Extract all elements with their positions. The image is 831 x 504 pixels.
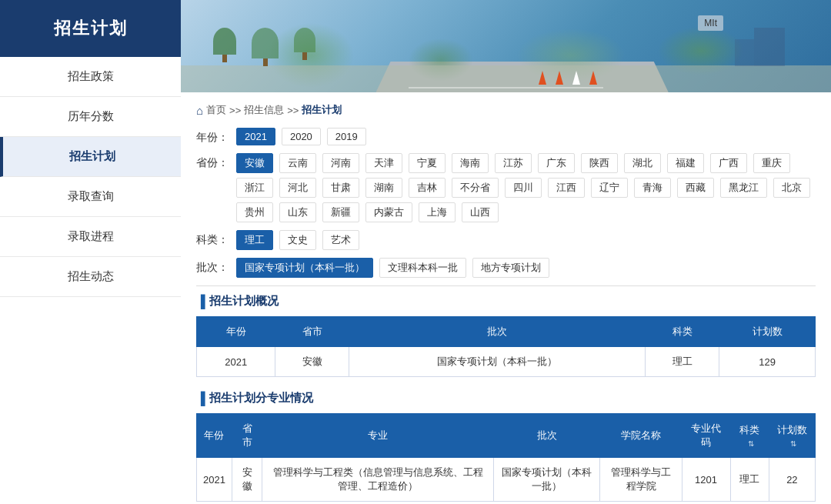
main-area: MIt ⌂ 首页 >> 招生信息 >> 招生计划 年份： 2021 2020 2… xyxy=(181,0,831,504)
province-btn-yunnan[interactable]: 云南 xyxy=(279,153,316,173)
province-btn-sichuan[interactable]: 四川 xyxy=(505,178,542,198)
overview-table-header: 年份 省市 批次 科类 计划数 xyxy=(197,317,816,347)
province-btn-guangxi[interactable]: 广西 xyxy=(710,153,747,173)
cell-year: 2021 xyxy=(197,347,275,377)
province-btn-anhui[interactable]: 安徽 xyxy=(236,153,273,173)
campus-sign: MIt xyxy=(698,15,723,31)
sidebar: 招生计划 招生政策 历年分数 招生计划 录取查询 录取进程 招生动态 xyxy=(0,0,181,504)
province-btn-gansu[interactable]: 甘肃 xyxy=(322,178,359,198)
col-count: 计划数 xyxy=(719,317,816,347)
cell-count: 129 xyxy=(719,347,816,377)
breadcrumb-home: 首页 xyxy=(206,103,226,117)
col-year2: 年份 xyxy=(197,414,232,458)
year-btn-2021[interactable]: 2021 xyxy=(236,128,275,145)
cell-province2: 安徽 xyxy=(232,458,262,502)
cell-year2: 2021 xyxy=(197,458,232,502)
col-province2: 省市 xyxy=(232,414,262,458)
sidebar-title: 招生计划 xyxy=(0,0,181,57)
province-btn-ningxia[interactable]: 宁夏 xyxy=(409,153,446,173)
sidebar-item-process[interactable]: 录取进程 xyxy=(0,217,181,257)
batch-btn-local[interactable]: 地方专项计划 xyxy=(472,258,549,278)
page-content: ⌂ 首页 >> 招生信息 >> 招生计划 年份： 2021 2020 2019 … xyxy=(181,92,831,504)
subject-btn-art2[interactable]: 艺术 xyxy=(322,230,359,250)
col-batch: 批次 xyxy=(349,317,646,347)
subject-btn-science[interactable]: 理工 xyxy=(236,230,273,250)
sidebar-item-scores[interactable]: 历年分数 xyxy=(0,97,181,137)
year-btn-2019[interactable]: 2019 xyxy=(327,128,366,145)
province-btn-shandong[interactable]: 山东 xyxy=(279,202,316,222)
province-btn-guizhou[interactable]: 贵州 xyxy=(236,202,273,222)
cell-count2: 22 xyxy=(769,458,815,502)
breadcrumb: ⌂ 首页 >> 招生信息 >> 招生计划 xyxy=(196,103,816,117)
sidebar-item-plan[interactable]: 招生计划 xyxy=(0,137,181,177)
col-year: 年份 xyxy=(197,317,275,347)
cell-batch2: 国家专项计划（本科一批） xyxy=(493,458,599,502)
breadcrumb-sep2: >> xyxy=(287,105,299,116)
batch-options: 国家专项计划（本科一批） 文理科本科一批 地方专项计划 xyxy=(236,258,816,278)
detail-section-title: 招生计划分专业情况 xyxy=(196,391,816,406)
sidebar-item-admission[interactable]: 录取查询 xyxy=(0,177,181,217)
breadcrumb-current: 招生计划 xyxy=(302,103,342,117)
province-btn-tianjin[interactable]: 天津 xyxy=(365,153,402,173)
overview-section-title: 招生计划概况 xyxy=(196,294,816,309)
batch-label: 批次： xyxy=(196,258,229,275)
col-college: 学院名称 xyxy=(600,414,682,458)
province-btn-noprovince[interactable]: 不分省 xyxy=(452,178,499,198)
sidebar-item-policy[interactable]: 招生政策 xyxy=(0,57,181,97)
province-label: 省份： xyxy=(196,153,229,170)
breadcrumb-link1[interactable]: 招生信息 xyxy=(244,103,284,117)
batch-btn-wenli[interactable]: 文理科本科一批 xyxy=(379,258,466,278)
year-label: 年份： xyxy=(196,128,229,145)
cell-college: 管理科学与工程学院 xyxy=(600,458,682,502)
table-row: 2021 安徽 管理科学与工程类（信息管理与信息系统、工程管理、工程造价） 国家… xyxy=(197,458,816,502)
province-btn-guangdong[interactable]: 广东 xyxy=(538,153,575,173)
sort-icon-count[interactable]: ⇅ xyxy=(790,439,796,448)
province-btn-hubei[interactable]: 湖北 xyxy=(624,153,661,173)
province-options: 安徽 云南 河南 天津 宁夏 海南 江苏 广东 陕西 湖北 福建 广西 重庆 浙… xyxy=(236,153,816,222)
province-btn-xinjiang[interactable]: 新疆 xyxy=(322,202,359,222)
province-btn-shaanxi[interactable]: 陕西 xyxy=(581,153,618,173)
province-btn-liaoning[interactable]: 辽宁 xyxy=(591,178,628,198)
province-btn-jiangxi[interactable]: 江西 xyxy=(548,178,585,198)
province-btn-xizang[interactable]: 西藏 xyxy=(677,178,714,198)
year-filter-row: 年份： 2021 2020 2019 xyxy=(196,128,816,145)
col-count2: 计划数 ⇅ xyxy=(769,414,815,458)
batch-btn-national[interactable]: 国家专项计划（本科一批） xyxy=(236,258,373,278)
province-btn-hainan[interactable]: 海南 xyxy=(452,153,489,173)
hero-banner: MIt xyxy=(181,0,831,92)
cell-major: 管理科学与工程类（信息管理与信息系统、工程管理、工程造价） xyxy=(262,458,494,502)
province-btn-qinghai[interactable]: 青海 xyxy=(634,178,671,198)
province-btn-beijing[interactable]: 北京 xyxy=(773,178,810,198)
province-btn-hunan[interactable]: 湖南 xyxy=(365,178,402,198)
province-btn-fujian[interactable]: 福建 xyxy=(667,153,704,173)
cell-subject: 理工 xyxy=(646,347,719,377)
table-row: 2021 安徽 国家专项计划（本科一批） 理工 129 xyxy=(197,347,816,377)
province-btn-jiangsu[interactable]: 江苏 xyxy=(495,153,532,173)
col-subject2: 科类 ⇅ xyxy=(730,414,769,458)
col-subject: 科类 xyxy=(646,317,719,347)
province-btn-neimenggu[interactable]: 内蒙古 xyxy=(365,202,412,222)
province-btn-zhejiang[interactable]: 浙江 xyxy=(236,178,273,198)
province-btn-hebei[interactable]: 河北 xyxy=(279,178,316,198)
col-code: 专业代码 xyxy=(682,414,730,458)
year-btn-2020[interactable]: 2020 xyxy=(282,128,321,145)
home-icon: ⌂ xyxy=(196,104,203,117)
batch-filter-row: 批次： 国家专项计划（本科一批） 文理科本科一批 地方专项计划 xyxy=(196,258,816,278)
province-filter-row: 省份： 安徽 云南 河南 天津 宁夏 海南 江苏 广东 陕西 湖北 福建 广西 … xyxy=(196,153,816,222)
province-btn-shanghai[interactable]: 上海 xyxy=(419,202,456,222)
col-major: 专业 xyxy=(262,414,494,458)
col-province: 省市 xyxy=(275,317,349,347)
province-btn-shanxi[interactable]: 山西 xyxy=(462,202,499,222)
province-btn-henan[interactable]: 河南 xyxy=(322,153,359,173)
sort-icon-subject[interactable]: ⇅ xyxy=(748,439,754,448)
cell-subject2: 理工 xyxy=(730,458,769,502)
col-batch2: 批次 xyxy=(493,414,599,458)
detail-table: 年份 省市 专业 批次 学院名称 专业代码 科类 ⇅ 计划数 ⇅ 2021 安徽… xyxy=(196,413,816,502)
subject-btn-arts[interactable]: 文史 xyxy=(279,230,316,250)
breadcrumb-sep1: >> xyxy=(229,105,241,116)
province-btn-heilongjiang[interactable]: 黑龙江 xyxy=(720,178,767,198)
sidebar-item-news[interactable]: 招生动态 xyxy=(0,257,181,297)
province-btn-jilin[interactable]: 吉林 xyxy=(409,178,446,198)
province-btn-chongqing[interactable]: 重庆 xyxy=(753,153,790,173)
overview-table: 年份 省市 批次 科类 计划数 2021 安徽 国家专项计划（本科一批） 理工 … xyxy=(196,316,816,377)
